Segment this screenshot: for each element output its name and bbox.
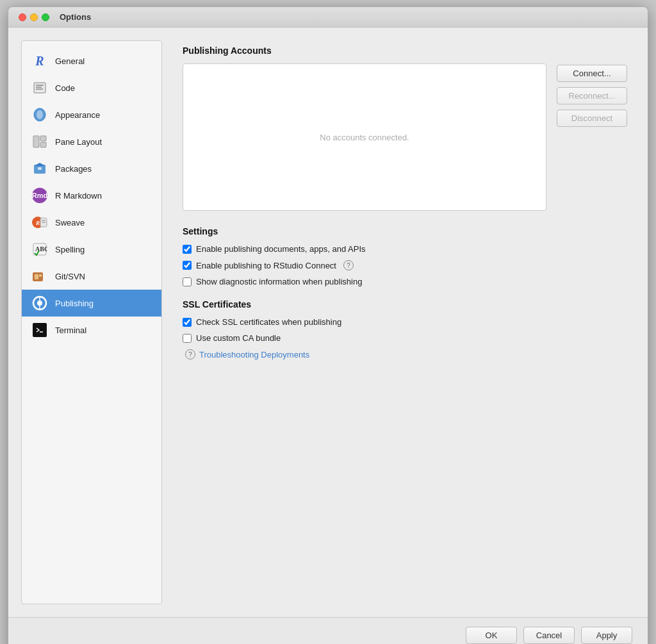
- git-svn-icon: [31, 267, 49, 285]
- sidebar-item-code[interactable]: Code: [22, 74, 161, 101]
- window-title: Options: [60, 12, 91, 22]
- sidebar-item-git-svn[interactable]: Git/SVN: [22, 263, 161, 290]
- sidebar-label-spelling: Spelling: [55, 245, 85, 254]
- enable-publishing-label[interactable]: Enable publishing documents, apps, and A…: [196, 244, 366, 254]
- rstudio-connect-help-icon[interactable]: ?: [343, 260, 354, 270]
- checkbox-show-diagnostic: Show diagnostic information when publish…: [183, 277, 627, 286]
- sweave-icon: R: [31, 213, 49, 231]
- svg-rect-11: [38, 167, 42, 170]
- sidebar-label-general: General: [55, 56, 85, 66]
- sidebar-label-terminal: Terminal: [55, 326, 86, 335]
- sidebar-item-pane-layout[interactable]: Pane Layout: [22, 128, 161, 155]
- svg-rect-7: [40, 136, 46, 141]
- rmd-icon: Rmd: [31, 186, 49, 204]
- sidebar-label-sweave: Sweave: [55, 218, 85, 227]
- spelling-icon: ABC: [31, 240, 49, 258]
- svg-rect-21: [39, 274, 42, 277]
- sidebar-label-appearance: Appearance: [55, 110, 100, 120]
- troubleshoot-help-icon: ?: [185, 349, 195, 359]
- ok-button[interactable]: OK: [466, 627, 517, 644]
- sidebar-label-pane-layout: Pane Layout: [55, 137, 102, 147]
- checkbox-check-ssl: Check SSL certificates when publishing: [183, 317, 627, 327]
- custom-ca-checkbox[interactable]: [183, 334, 192, 343]
- check-ssl-label[interactable]: Check SSL certificates when publishing: [196, 317, 341, 327]
- maximize-button[interactable]: [42, 13, 49, 21]
- enable-rstudio-connect-label[interactable]: Enable publishing to RStudio Connect: [196, 261, 336, 270]
- show-diagnostic-label[interactable]: Show diagnostic information when publish…: [196, 277, 362, 286]
- svg-rect-20: [35, 274, 38, 279]
- title-bar: Options: [8, 7, 648, 28]
- publishing-icon: [31, 294, 49, 312]
- accounts-box: No accounts connected.: [183, 63, 546, 211]
- sidebar-item-packages[interactable]: Packages: [22, 155, 161, 182]
- ssl-section: SSL Certificates Check SSL certificates …: [183, 299, 627, 359]
- sidebar-item-publishing[interactable]: Publishing: [22, 290, 161, 317]
- sidebar-label-packages: Packages: [55, 164, 92, 174]
- svg-text:ABC: ABC: [35, 245, 47, 252]
- accounts-section-title: Publishing Accounts: [183, 45, 627, 56]
- custom-ca-label[interactable]: Use custom CA bundle: [196, 333, 281, 343]
- show-diagnostic-checkbox[interactable]: [183, 277, 192, 286]
- accounts-buttons: Connect... Reconnect... Disconnect: [557, 63, 627, 211]
- cancel-button[interactable]: Cancel: [523, 627, 575, 644]
- troubleshoot-link[interactable]: ? Troubleshooting Deployments: [183, 349, 627, 359]
- checkbox-enable-publishing: Enable publishing documents, apps, and A…: [183, 244, 627, 254]
- enable-publishing-checkbox[interactable]: [183, 245, 192, 254]
- accounts-area: No accounts connected. Connect... Reconn…: [183, 63, 627, 211]
- checkbox-enable-rstudio-connect: Enable publishing to RStudio Connect ?: [183, 260, 627, 270]
- settings-section-title: Settings: [183, 226, 627, 236]
- sidebar-item-appearance[interactable]: Appearance: [22, 101, 161, 128]
- sidebar-label-r-markdown: R Markdown: [55, 191, 102, 201]
- pane-layout-icon: [31, 133, 49, 151]
- apply-button[interactable]: Apply: [581, 627, 632, 644]
- connect-button[interactable]: Connect...: [557, 65, 627, 82]
- minimize-button[interactable]: [30, 13, 38, 21]
- sidebar: R General Code: [21, 40, 162, 604]
- sidebar-item-general[interactable]: R General: [22, 47, 161, 74]
- appearance-icon: [31, 106, 49, 124]
- sidebar-item-spelling[interactable]: ABC Spelling: [22, 236, 161, 263]
- settings-section: Settings Enable publishing documents, ap…: [183, 226, 627, 286]
- enable-rstudio-connect-checkbox[interactable]: [183, 261, 192, 270]
- sidebar-label-code: Code: [55, 83, 75, 93]
- accounts-empty-message: No accounts connected.: [320, 133, 409, 142]
- terminal-icon: [31, 321, 49, 339]
- check-ssl-checkbox[interactable]: [183, 318, 192, 327]
- svg-point-5: [37, 110, 43, 119]
- code-icon: [31, 79, 49, 97]
- reconnect-button[interactable]: Reconnect...: [557, 87, 627, 104]
- svg-marker-10: [34, 163, 45, 166]
- options-window: Options R General Code: [8, 6, 648, 644]
- troubleshoot-link-label: Troubleshooting Deployments: [199, 350, 309, 359]
- close-button[interactable]: [19, 13, 26, 21]
- main-layout: R General Code: [8, 28, 648, 617]
- svg-text:R: R: [35, 220, 40, 226]
- svg-rect-6: [33, 136, 39, 147]
- disconnect-button[interactable]: Disconnect: [557, 110, 627, 127]
- main-panel: Publishing Accounts No accounts connecte…: [162, 28, 648, 617]
- sidebar-item-terminal[interactable]: Terminal: [22, 317, 161, 343]
- sidebar-item-sweave[interactable]: R Sweave: [22, 209, 161, 236]
- svg-rect-0: [34, 83, 45, 93]
- sidebar-label-publishing: Publishing: [55, 299, 94, 308]
- checkbox-custom-ca: Use custom CA bundle: [183, 333, 627, 343]
- ssl-section-title: SSL Certificates: [183, 299, 627, 310]
- footer: OK Cancel Apply: [8, 617, 648, 644]
- sidebar-item-r-markdown[interactable]: Rmd R Markdown: [22, 182, 161, 209]
- traffic-lights: [19, 13, 49, 21]
- svg-rect-8: [40, 142, 46, 147]
- general-icon: R: [31, 52, 49, 70]
- sidebar-label-git-svn: Git/SVN: [55, 272, 85, 281]
- packages-icon: [31, 160, 49, 178]
